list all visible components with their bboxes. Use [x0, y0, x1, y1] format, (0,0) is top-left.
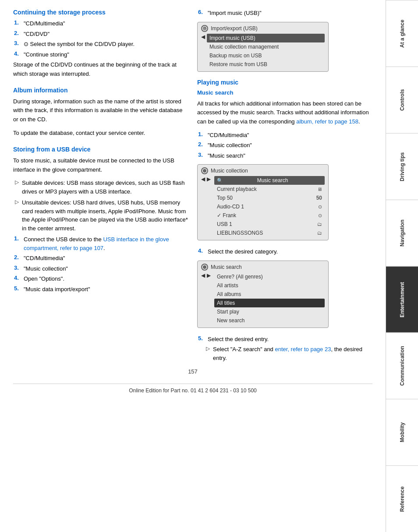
screen2-row-3[interactable]: Audio-CD 1 ⊙ [214, 202, 325, 211]
bullet-arrow-1: ▷ [15, 179, 22, 196]
screen2-list: 🔍 Music search Current playback 🖥 Top 50… [214, 176, 325, 237]
ms-step-4: 4. Select the desired category. [197, 247, 372, 256]
screen1-row-0[interactable]: Import music (USB) [207, 34, 325, 42]
svg-point-2 [202, 169, 207, 173]
screen3-icon [201, 264, 208, 271]
usb-step-4-num: 4. [14, 275, 24, 283]
screen2-row-3-text: Audio-CD 1 [217, 204, 244, 210]
screen2-row-2[interactable]: Top 50 50 [214, 194, 325, 202]
screen3-left-arrow[interactable]: ◀ [201, 272, 205, 278]
usb-step-4: 4. Open "Options". [13, 275, 188, 283]
page-number: 157 [13, 368, 372, 375]
screen1-title-bar: G Import/export (USB) [201, 25, 325, 32]
screen3-row-3[interactable]: All titles [214, 299, 325, 307]
ms-step-4-num: 4. [198, 247, 208, 256]
screen3-right-arrow[interactable]: ▶ [207, 272, 211, 278]
step-1-num: 1. [14, 19, 24, 28]
screen-music-collection: Music collection ◀ ▶ 🔍 Music search Curr… [197, 164, 329, 240]
screen3-row-2[interactable]: All albums [214, 290, 325, 299]
screen2-row-4[interactable]: ✓ Frank ⊙ [214, 211, 325, 220]
sidebar-tab-entertainment[interactable]: Entertainment [386, 266, 418, 333]
usb-step-1-num: 1. [14, 235, 24, 252]
step-3: 3. ⊙ Select the symbol for the CD/DVD pl… [13, 40, 188, 49]
sidebar-tab-driving-tips[interactable]: Driving tips [386, 133, 418, 200]
screen3-nav-container: ◀ ▶ Genre? (All genres) All artists All … [201, 272, 325, 325]
bullet-2: ▷ Unsuitable devices: USB hard drives, U… [13, 198, 188, 233]
section2-body1: During storage, information such as the … [13, 97, 188, 124]
ms-step-3-text: "Music search" [208, 151, 245, 160]
screen2-icon [201, 167, 208, 174]
usb-step-2: 2. "CD/Multimedia" [13, 254, 188, 263]
sidebar-tab-controls[interactable]: Controls [386, 67, 418, 133]
ms-step-5: 5. Select the desired entry. [197, 335, 372, 344]
screen2-row-6[interactable]: LIEBLINGSSONGS 🗂 [214, 229, 325, 237]
step-4-text: "Continue storing" [24, 50, 69, 59]
screen1-nav: ◀ Import music (USB) Music collection ma… [201, 34, 325, 69]
usb-step-5-num: 5. [14, 285, 24, 294]
screen2-row-0[interactable]: 🔍 Music search [214, 176, 325, 185]
screen2-row-2-text: Top 50 [217, 195, 233, 201]
ms-step-2-text: "Music collection" [208, 141, 252, 150]
usb-step-2-num: 2. [14, 254, 24, 263]
sidebar-tab-at-a-glance[interactable]: At a glance [386, 0, 418, 67]
screen3-row-5[interactable]: New search [214, 316, 325, 325]
music-search-body: All tracks for which additional informat… [197, 99, 372, 127]
usb-link[interactable]: USB interface in the glove compartment, … [24, 236, 169, 251]
screen2-row-2-icon: 50 [316, 195, 322, 201]
screen2-row-1[interactable]: Current playback 🖥 [214, 185, 325, 194]
sidebar-tab-reference[interactable]: Reference [386, 465, 418, 532]
usb-step-3-num: 3. [14, 264, 24, 273]
sidebar-tab-navigation[interactable]: Navigation [386, 200, 418, 266]
ms-bullet-arrow: ▷ [206, 345, 213, 362]
screen1-row-3[interactable]: Restore music from USB [207, 60, 325, 69]
ms-step-5-num: 5. [198, 335, 208, 344]
step-2: 2. "CD/DVD" [13, 30, 188, 39]
screen3-title: Music search [211, 264, 242, 270]
screen2-row-6-text: LIEBLINGSSONGS [217, 230, 263, 236]
screen1-row-1[interactable]: Music collection management [207, 42, 325, 51]
music-search-body-text2: . [358, 118, 360, 125]
screen3-row-1[interactable]: All artists [214, 281, 325, 290]
step-2-text: "CD/DVD" [24, 30, 50, 39]
screen2-right-arrow[interactable]: ▶ [207, 176, 211, 182]
sidebar-tab-mobility[interactable]: Mobility [386, 399, 418, 465]
section3-body: To store music, a suitable device must b… [13, 156, 188, 175]
section2-body2: To update the database, contact your ser… [13, 129, 188, 138]
right-step-6: 6. "Import music (USB)" [197, 9, 372, 18]
screen1-list: Import music (USB) Music collection mana… [207, 34, 325, 69]
usb-step-4-text: Open "Options". [24, 275, 64, 283]
screen2-row-4-text: ✓ Frank [217, 212, 236, 218]
screen2-title-bar: Music collection [201, 167, 325, 174]
ms-step-2-num: 2. [198, 141, 208, 150]
screen1-row-2[interactable]: Backup music on USB [207, 51, 325, 60]
step-2-num: 2. [14, 30, 24, 39]
enter-link[interactable]: enter, refer to page 23 [275, 346, 331, 352]
usb-step-2-text: "CD/Multimedia" [24, 254, 65, 263]
step-3-text: ⊙ Select the symbol for the CD/DVD playe… [24, 40, 135, 49]
ms-step-5-text: Select the desired entry. [208, 335, 269, 344]
section3-heading: Storing from a USB device [13, 146, 188, 153]
ms-step-5-bullet: ▷ Select "A-Z search" and enter, refer t… [197, 345, 372, 362]
usb-step-1: 1. Connect the USB device to the USB int… [13, 235, 188, 252]
screen2-row-5[interactable]: USB 1 🗂 [214, 220, 325, 229]
screen2-row-0-search-icon: 🔍 [217, 178, 223, 183]
screen2-row-5-icon: 🗂 [317, 222, 322, 227]
screen1-left-arrow[interactable]: ◀ [201, 34, 205, 40]
step-3-num: 3. [14, 40, 24, 49]
sidebar: At a glance Controls Driving tips Naviga… [386, 0, 418, 532]
screen3-row-4[interactable]: Start play [214, 307, 325, 316]
sidebar-tab-communication[interactable]: Communication [386, 332, 418, 399]
album-link[interactable]: album, refer to page 158 [296, 118, 358, 125]
usb-step-5-text: "Music data import/export" [24, 285, 90, 294]
screen-import-export: G Import/export (USB) ◀ Import music (US… [197, 22, 329, 72]
ms-step-4-text: Select the desired category. [208, 247, 278, 256]
playing-music-heading: Playing music [197, 79, 372, 86]
screen3-title-bar: Music search [201, 264, 325, 271]
ms-step-2: 2. "Music collection" [197, 141, 372, 150]
screen2-left-arrow[interactable]: ◀ [201, 176, 205, 182]
screen3-row-0[interactable]: Genre? (All genres) [214, 272, 325, 281]
step-4-num: 4. [14, 50, 24, 59]
footer-text: Online Edition for Part no. 01 41 2 604 … [13, 384, 372, 394]
screen2-row-5-text: USB 1 [217, 221, 232, 227]
bullet-1-text: Suitable devices: USB mass storage devic… [22, 179, 188, 196]
